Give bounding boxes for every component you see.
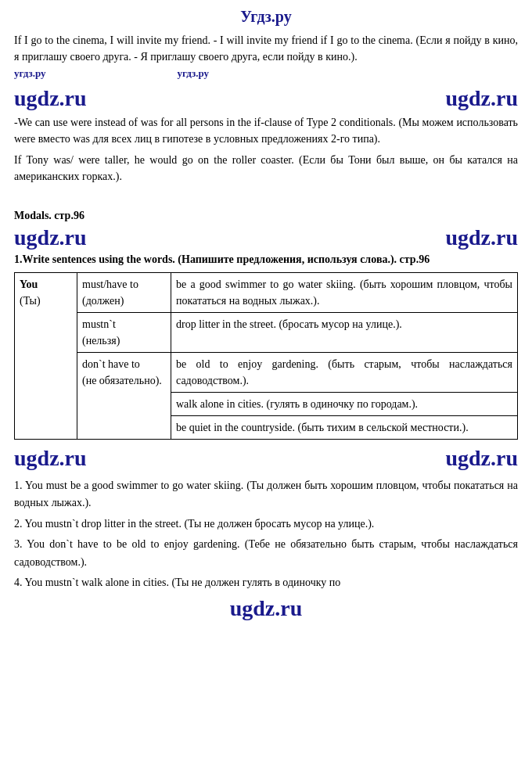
paragraph-2: -We can use were instead of was for all … bbox=[14, 114, 518, 147]
watermark-xl-6: ugdz.ru bbox=[445, 446, 518, 471]
table-row: You(Ты) must/have to(должен) be a good s… bbox=[15, 273, 518, 313]
watermark-inline-2: угдз.ру bbox=[178, 67, 210, 79]
paragraph3-text: If Tony was/ were taller, he would go on… bbox=[14, 154, 518, 182]
watermark-xl-1: ugdz.ru bbox=[14, 86, 87, 111]
paragraph-1: If I go to the cinema, I will invite my … bbox=[14, 32, 518, 81]
paragraph1-text: If I go to the cinema, I will invite my … bbox=[14, 34, 518, 63]
watermark-xl-3: ugdz.ru bbox=[14, 225, 87, 250]
table-cell-sentence-3: be old to enjoy gardening. (быть старым,… bbox=[171, 353, 518, 393]
table-cell-sentence-1: be a good swimmer to go water skiing. (б… bbox=[171, 273, 518, 313]
table-cell-sentence-5: be quiet in the countryside. (быть тихим… bbox=[171, 416, 518, 440]
answer-2: 2. You mustn`t drop litter in the street… bbox=[14, 516, 518, 533]
section-modals-header: Modals. стр.96 bbox=[14, 197, 518, 222]
table-cell-modal-2: mustn`t(нельзя) bbox=[77, 313, 171, 353]
task1-header: 1.Write sentences using the words. (Напи… bbox=[14, 253, 518, 266]
exercise-table: You(Ты) must/have to(должен) be a good s… bbox=[14, 272, 518, 440]
watermark-xl-bottom: ugdz.ru bbox=[230, 596, 303, 620]
table-cell-you: You(Ты) bbox=[15, 273, 77, 440]
watermark-row-1: ugdz.ru ugdz.ru bbox=[14, 86, 518, 111]
watermark-xl-2: ugdz.ru bbox=[445, 86, 518, 111]
table-row: mustn`t(нельзя) drop litter in the stree… bbox=[15, 313, 518, 353]
table-cell-sentence-2: drop litter in the street. (бросать мусо… bbox=[171, 313, 518, 353]
table-cell-modal-3: don`t have to(не обязательно). bbox=[77, 353, 171, 440]
watermark-row-2: ugdz.ru ugdz.ru bbox=[14, 225, 518, 250]
watermark-xl-4: ugdz.ru bbox=[445, 225, 518, 250]
answer-4: 4. You mustn`t walk alone in cities. (Ты… bbox=[14, 574, 518, 591]
paragraph-3: If Tony was/ were taller, he would go on… bbox=[14, 152, 518, 185]
watermark-row-3: ugdz.ru ugdz.ru bbox=[14, 446, 518, 471]
answer-3: 3. You don`t have to be old to enjoy gar… bbox=[14, 536, 518, 571]
table-cell-modal-1: must/have to(должен) bbox=[77, 273, 171, 313]
table-cell-sentence-4: walk alone in cities. (гулять в одиночку… bbox=[171, 393, 518, 416]
watermark-xl-5: ugdz.ru bbox=[14, 446, 87, 471]
watermark-inline-1: угдз.ру bbox=[14, 67, 46, 79]
paragraph2-text: -We can use were instead of was for all … bbox=[14, 117, 518, 145]
answers-block: 1. You must be a good swimmer to go wate… bbox=[14, 477, 518, 591]
table-row: don`t have to(не обязательно). be old to… bbox=[15, 353, 518, 393]
watermark-bottom: ugdz.ru bbox=[14, 596, 518, 621]
answer-1: 1. You must be a good swimmer to go wate… bbox=[14, 477, 518, 512]
site-title: Угдз.ру bbox=[14, 8, 518, 26]
